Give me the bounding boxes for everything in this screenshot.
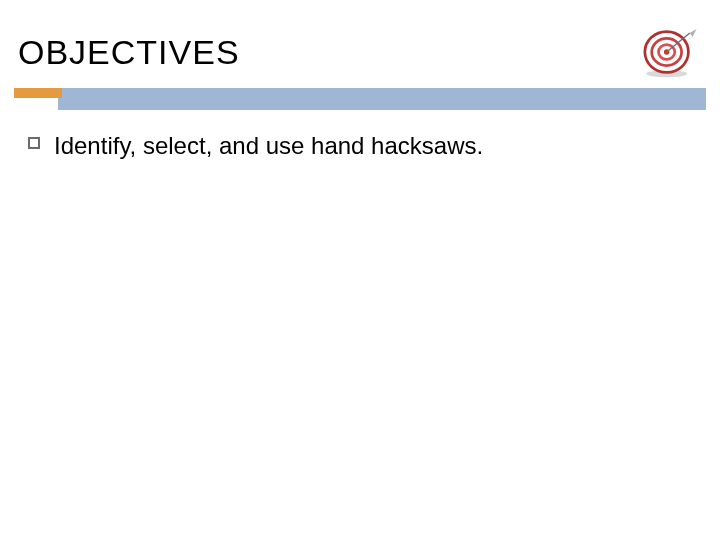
divider-orange — [14, 88, 62, 98]
slide-title: OBJECTIVES — [18, 33, 240, 72]
title-row: OBJECTIVES — [18, 24, 702, 80]
divider-bar — [14, 88, 706, 110]
bullet-square-icon — [28, 137, 40, 149]
target-icon — [634, 24, 702, 80]
bullet-text: Identify, select, and use hand hacksaws. — [54, 130, 483, 161]
content-area: Identify, select, and use hand hacksaws. — [28, 130, 692, 161]
svg-marker-6 — [690, 29, 697, 37]
divider-blue — [58, 88, 706, 110]
slide: OBJECTIVES Identify, select, and use han… — [0, 0, 720, 540]
list-item: Identify, select, and use hand hacksaws. — [28, 130, 692, 161]
